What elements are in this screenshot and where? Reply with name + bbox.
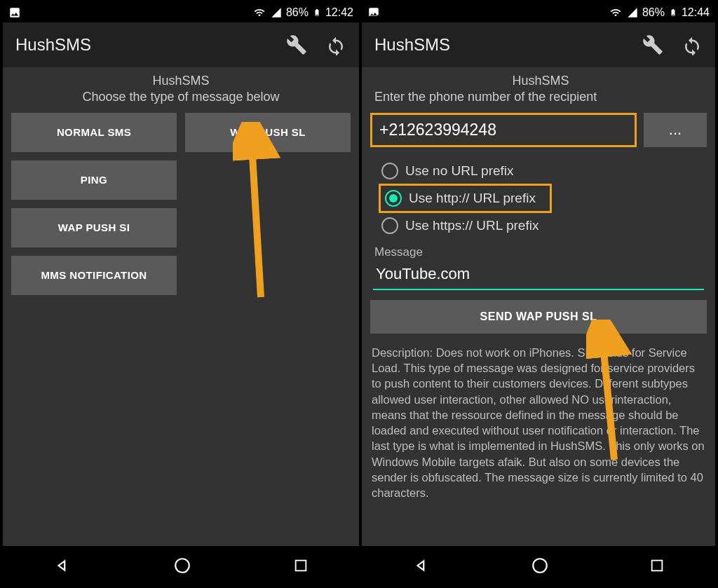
radio-label: Use http:// URL prefix — [409, 191, 536, 206]
cell-icon — [627, 7, 638, 18]
clock-text: 12:44 — [682, 6, 710, 19]
clock-text: 12:42 — [325, 6, 353, 19]
radio-label: Use no URL prefix — [405, 163, 514, 179]
cell-icon — [271, 7, 282, 18]
message-label: Message — [374, 245, 707, 259]
wap-push-sl-button[interactable]: WAP PUSH SL — [185, 113, 351, 152]
back-icon[interactable] — [53, 556, 72, 575]
screen-heading: HushSMS Choose the type of message below — [11, 73, 351, 106]
message-input[interactable] — [373, 262, 704, 286]
image-icon — [8, 6, 21, 19]
heading-line2: Enter the phone number of the recipient — [374, 89, 707, 105]
mms-notification-button[interactable]: MMS NOTIFICATION — [11, 256, 177, 295]
home-icon[interactable] — [173, 556, 191, 575]
app-title: HushSMS — [15, 35, 91, 55]
nav-bar — [3, 546, 359, 585]
battery-icon — [313, 6, 321, 19]
recent-icon[interactable] — [649, 558, 665, 573]
ping-button[interactable]: PING — [11, 160, 177, 200]
nav-bar — [362, 546, 715, 585]
app-bar: HushSMS — [3, 22, 359, 67]
radio-label: Use https:// URL prefix — [405, 218, 538, 233]
svg-rect-0 — [316, 15, 318, 16]
battery-text: 86% — [286, 6, 309, 19]
radio-icon — [381, 163, 398, 179]
recent-icon[interactable] — [293, 558, 309, 573]
phone-number-input[interactable] — [370, 113, 637, 147]
radio-no-prefix[interactable]: Use no URL prefix — [377, 158, 707, 184]
send-wap-push-sl-button[interactable]: SEND WAP PUSH SL — [370, 300, 707, 334]
radio-icon — [385, 190, 402, 207]
battery-text: 86% — [642, 6, 665, 19]
battery-icon — [669, 6, 677, 19]
wifi-icon — [609, 7, 623, 18]
description-text: Description: Does not work on iPhones. S… — [370, 345, 707, 501]
app-bar: HushSMS — [362, 22, 715, 67]
wrench-icon[interactable] — [642, 34, 663, 55]
refresh-icon[interactable] — [325, 34, 346, 55]
left-screen: 86% 12:42 HushSMS HushSMS Choose — [3, 3, 359, 585]
wrench-icon[interactable] — [286, 34, 307, 55]
normal-sms-button[interactable]: NORMAL SMS — [11, 113, 177, 152]
screen-heading: HushSMS Enter the phone number of the re… — [370, 73, 707, 106]
radio-icon — [381, 217, 398, 234]
wap-push-si-button[interactable]: WAP PUSH SI — [11, 208, 177, 247]
radio-http-prefix[interactable]: Use http:// URL prefix — [379, 184, 552, 213]
radio-https-prefix[interactable]: Use https:// URL prefix — [377, 213, 707, 238]
svg-point-3 — [175, 559, 189, 573]
status-bar: 86% 12:44 — [362, 3, 715, 22]
status-bar: 86% 12:42 — [3, 3, 359, 22]
svg-rect-5 — [672, 15, 675, 16]
refresh-icon[interactable] — [682, 34, 703, 55]
svg-rect-9 — [652, 561, 663, 571]
home-icon[interactable] — [531, 556, 549, 575]
svg-line-2 — [251, 132, 261, 297]
image-icon — [367, 6, 380, 19]
wifi-icon — [252, 7, 266, 18]
svg-point-8 — [533, 559, 547, 573]
heading-line1: HushSMS — [512, 74, 569, 88]
heading-line1: HushSMS — [152, 74, 209, 88]
back-icon[interactable] — [412, 556, 431, 575]
heading-line2: Choose the type of message below — [82, 90, 279, 104]
svg-rect-4 — [295, 561, 306, 571]
right-screen: 86% 12:44 HushSMS HushSMS Enter t — [359, 3, 715, 585]
app-title: HushSMS — [374, 35, 450, 55]
pick-contact-button[interactable]: ... — [644, 113, 707, 147]
